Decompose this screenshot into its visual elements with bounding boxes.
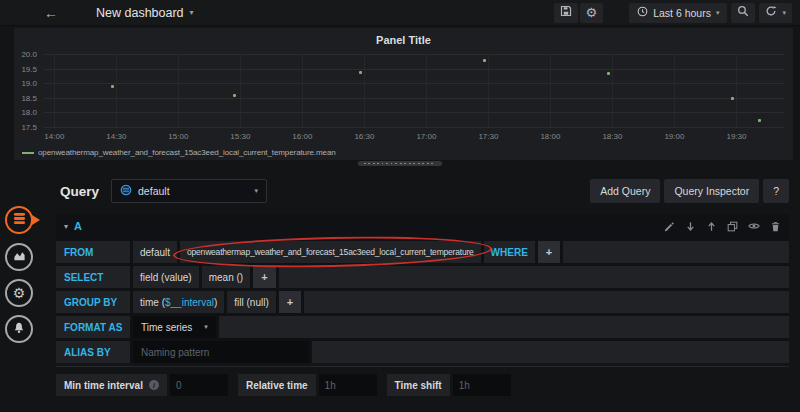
h-gridline bbox=[44, 83, 784, 84]
relative-time-input[interactable] bbox=[319, 374, 377, 396]
zoom-out-button[interactable] bbox=[731, 3, 755, 23]
edit-pencil-icon[interactable] bbox=[664, 221, 675, 232]
v-gridline bbox=[736, 54, 737, 127]
add-query-button[interactable]: Add Query bbox=[590, 179, 660, 203]
move-up-icon[interactable] bbox=[706, 221, 717, 232]
panel-editor-tabs: ⚙ bbox=[0, 200, 44, 370]
row-filler bbox=[279, 266, 789, 288]
refresh-button[interactable]: ▾ bbox=[759, 3, 792, 23]
select-mean-segment[interactable]: mean () bbox=[202, 266, 250, 288]
where-segment[interactable]: WHERE bbox=[484, 241, 535, 263]
tab-general[interactable]: ⚙ bbox=[5, 279, 33, 307]
x-tick-label: 14:30 bbox=[106, 132, 126, 141]
info-icon[interactable]: i bbox=[149, 380, 159, 390]
min-interval-label-text: Min time interval bbox=[64, 380, 143, 391]
plot-area bbox=[44, 54, 784, 127]
duplicate-icon[interactable] bbox=[727, 221, 738, 232]
from-measurement-segment[interactable]: openweathermap_weather_and_forecast_15ac… bbox=[180, 241, 481, 263]
magnifier-icon bbox=[737, 5, 749, 20]
tab-queries[interactable] bbox=[5, 206, 33, 234]
active-tab-pointer bbox=[32, 215, 40, 225]
data-point[interactable] bbox=[758, 119, 761, 122]
graph-panel: Panel Title 20.019.519.018.518.017.5 14:… bbox=[14, 28, 793, 160]
time-range-picker[interactable]: Last 6 hours ▾ bbox=[629, 3, 727, 23]
group-by-label: GROUP BY bbox=[56, 291, 130, 313]
relative-time-label-text: Relative time bbox=[246, 380, 308, 391]
min-interval-input[interactable] bbox=[170, 374, 228, 396]
query-card: ▾ A FROM default openweathermap_weather_… bbox=[56, 214, 789, 363]
query-inspector-button[interactable]: Query Inspector bbox=[664, 179, 759, 203]
dashboard-title[interactable]: New dashboard bbox=[96, 6, 184, 20]
row-filler bbox=[219, 316, 789, 338]
interval-variable: $__interval bbox=[165, 297, 214, 308]
collapse-caret-icon[interactable]: ▾ bbox=[64, 222, 68, 231]
x-tick-label: 17:00 bbox=[416, 132, 436, 141]
v-gridline bbox=[302, 54, 303, 127]
group-by-time-suffix: ) bbox=[214, 297, 217, 308]
gear-icon: ⚙ bbox=[13, 286, 26, 300]
clock-icon bbox=[637, 6, 648, 19]
grafana-dashboard-edit-page: ← New dashboard ▾ ⚙ Last 6 hours ▾ ▾ bbox=[0, 0, 800, 412]
row-filler bbox=[312, 341, 789, 363]
data-point[interactable] bbox=[607, 72, 610, 75]
v-gridline bbox=[612, 54, 613, 127]
from-default-policy: default bbox=[140, 247, 170, 258]
format-as-select[interactable]: Time series ▾ bbox=[133, 316, 216, 338]
group-by-fill-segment[interactable]: fill (null) bbox=[227, 291, 275, 313]
time-shift-input[interactable] bbox=[453, 374, 511, 396]
time-range-label: Last 6 hours bbox=[653, 7, 711, 19]
group-by-time-segment[interactable]: time ($__interval) bbox=[133, 291, 224, 313]
y-tick-label: 19.5 bbox=[21, 64, 37, 73]
v-gridline bbox=[550, 54, 551, 127]
data-point[interactable] bbox=[483, 59, 486, 62]
data-point[interactable] bbox=[359, 71, 362, 74]
v-gridline bbox=[364, 54, 365, 127]
x-axis: 14:0014:3015:0015:3016:0016:3017:0017:30… bbox=[44, 130, 784, 142]
data-point[interactable] bbox=[731, 97, 734, 100]
legend-series-label[interactable]: openweathermap_weather_and_forecast_15ac… bbox=[38, 148, 336, 157]
chart-icon bbox=[13, 248, 26, 266]
select-field-segment[interactable]: field (value) bbox=[133, 266, 199, 288]
legend-series-swatch bbox=[22, 152, 34, 154]
group-by-add-button[interactable]: + bbox=[279, 291, 301, 313]
save-dashboard-button[interactable] bbox=[554, 3, 578, 23]
data-point[interactable] bbox=[111, 85, 114, 88]
from-row: FROM default openweathermap_weather_and_… bbox=[56, 241, 789, 263]
from-datasource-segment[interactable]: default bbox=[133, 241, 177, 263]
move-down-icon[interactable] bbox=[685, 221, 696, 232]
panel-resize-handle[interactable] bbox=[358, 161, 442, 166]
x-tick-label: 18:30 bbox=[602, 132, 622, 141]
dashboard-settings-button[interactable]: ⚙ bbox=[580, 3, 604, 23]
h-gridline bbox=[44, 112, 784, 113]
select-add-button[interactable]: + bbox=[253, 266, 275, 288]
query-ref-letter: A bbox=[74, 220, 82, 232]
tab-alert[interactable] bbox=[5, 315, 33, 343]
x-tick-label: 18:00 bbox=[540, 132, 560, 141]
bell-icon bbox=[13, 320, 25, 338]
format-as-label: FORMAT AS bbox=[56, 316, 130, 338]
dashboard-title-caret-icon[interactable]: ▾ bbox=[190, 8, 194, 17]
data-point[interactable] bbox=[233, 94, 236, 97]
h-gridline bbox=[44, 69, 784, 70]
toggle-visibility-eye-icon[interactable] bbox=[748, 220, 760, 232]
v-gridline bbox=[488, 54, 489, 127]
h-gridline bbox=[44, 98, 784, 99]
database-icon bbox=[13, 211, 26, 229]
v-gridline bbox=[178, 54, 179, 127]
from-add-condition-button[interactable]: + bbox=[538, 241, 560, 263]
back-arrow-icon[interactable]: ← bbox=[44, 6, 58, 20]
v-gridline bbox=[674, 54, 675, 127]
trash-icon[interactable] bbox=[770, 221, 781, 232]
format-as-value: Time series bbox=[141, 322, 192, 333]
tab-visualization[interactable] bbox=[5, 243, 33, 271]
alias-by-input[interactable] bbox=[133, 341, 309, 363]
datasource-picker[interactable]: default ▾ bbox=[111, 179, 267, 203]
refresh-interval-caret-icon[interactable]: ▾ bbox=[782, 9, 786, 17]
alias-by-row: ALIAS BY bbox=[56, 341, 789, 363]
help-button[interactable]: ? bbox=[763, 179, 789, 203]
measurement-name: openweathermap_weather_and_forecast_15ac… bbox=[187, 247, 474, 257]
y-tick-label: 18.0 bbox=[21, 108, 37, 117]
row-filler bbox=[563, 241, 789, 263]
panel-title[interactable]: Panel Title bbox=[14, 28, 793, 46]
x-tick-label: 15:30 bbox=[230, 132, 250, 141]
